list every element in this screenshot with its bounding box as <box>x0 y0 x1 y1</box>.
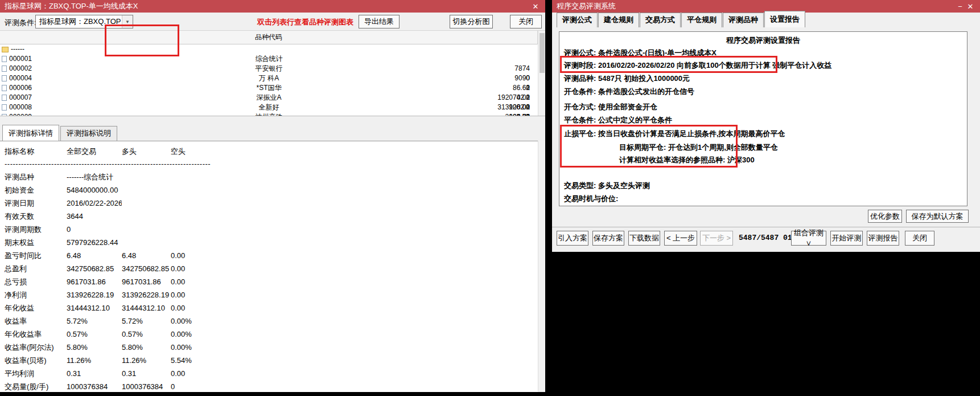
detail-long-value: 5.72% <box>122 315 171 328</box>
tab-交易方式[interactable]: 交易方式 <box>640 13 681 27</box>
tab-平仓规则[interactable]: 平仓规则 <box>681 13 722 27</box>
detail-row: 盈亏时间比6.486.480.00 <box>0 249 538 262</box>
detail-long-value <box>122 183 171 197</box>
vertical-scrollbar[interactable] <box>538 31 545 391</box>
condition-combobox[interactable]: 指标星球网：ZBXQ.TOP ▼ <box>35 15 133 28</box>
report-line: 目标周期平仓: 开仓达到1个周期,则全部数量平仓 <box>619 142 778 153</box>
detail-short-value: 0.00 <box>171 288 233 301</box>
report-line: 计算相对收益率选择的参照品种: 沪深300 <box>619 155 755 165</box>
report-line: 评测品种: 5487只 初始投入1000000元 <box>564 74 690 84</box>
detail-all-trades-value: 3644 <box>67 210 122 223</box>
left-window-titlebar: 指标星球网：ZBXQ.TOP-单一均线成本X ✕ <box>0 0 545 13</box>
detail-long-value: 31444312.10 <box>122 301 171 315</box>
detail-row: 年化收益率0.57%0.57%0.00% <box>0 328 538 341</box>
close-icon[interactable]: ✕ <box>965 2 975 11</box>
detail-long-value: 313926228.19 <box>122 288 171 301</box>
detail-all-trades-value: -------综合统计 <box>67 170 122 183</box>
detail-all-trades-value: 1000376384 <box>67 380 122 392</box>
detail-row: 净利润313926228.19313926228.190.00 <box>0 288 538 301</box>
download-data-button[interactable]: 下载数据 <box>628 231 660 246</box>
report-line: 平仓条件: 公式中定义的平仓条件 <box>564 115 672 125</box>
panel-splitter[interactable] <box>0 116 545 126</box>
detail-row: 评测周期数0 <box>0 223 538 236</box>
detail-label: 收益率(贝塔) <box>5 354 67 367</box>
column-header[interactable]: 品种代码 <box>0 31 538 44</box>
eval-report-button[interactable]: 评测报告 <box>867 231 899 246</box>
bottom-separator <box>552 227 980 227</box>
double-click-hint: 双击列表行查看品种评测图表 <box>257 17 353 27</box>
detail-short-value: 0.00 <box>171 262 233 275</box>
detail-short-value: 5.54% <box>171 354 233 367</box>
detail-all-trades-value: 5.80% <box>67 341 122 354</box>
left-toolbar: 评测条件: 指标星球网：ZBXQ.TOP ▼ 双击列表行查看品种评测图表 导出结… <box>0 13 545 31</box>
table-header-row: 品种代码品种名称盈利数总次数胜率(%)手续费(元)净利润(元)收益率(%)年化收… <box>0 31 538 44</box>
detail-all-trades-value: 0 <box>67 223 122 236</box>
detail-long-value <box>122 236 171 249</box>
left-window-title: 指标星球网：ZBXQ.TOP-单一均线成本X <box>5 1 530 11</box>
detail-col-indicator: 指标名称 <box>5 145 67 158</box>
tab-评测品种[interactable]: 评测品种 <box>723 13 764 27</box>
import-plan-button[interactable]: 引入方案 <box>557 231 588 246</box>
minimize-icon[interactable]: − <box>955 2 965 11</box>
save-as-default-button[interactable]: 保存为默认方案 <box>906 210 969 223</box>
detail-label: 评测周期数 <box>5 223 67 236</box>
combo-eval-button[interactable]: 组合评测∨ <box>791 231 826 246</box>
screen: 指标星球网：ZBXQ.TOP-单一均线成本X ✕ 评测条件: 指标星球网：ZBX… <box>0 0 980 396</box>
tab-indicator-description[interactable]: 评测指标说明 <box>60 126 117 141</box>
report-line: 交易时机与价位: <box>564 194 618 204</box>
symbol-code: 000006 <box>9 83 32 93</box>
detail-label: 年化收益率 <box>5 328 67 341</box>
symbol-code-cell: ------ <box>0 44 538 54</box>
prev-step-button[interactable]: < 上一步 <box>664 231 697 246</box>
next-step-button-disabled: 下一步 > <box>700 231 733 246</box>
tab-评测公式[interactable]: 评测公式 <box>557 13 598 27</box>
close-button[interactable]: 关闭 <box>905 231 934 246</box>
detail-long-value <box>122 197 171 210</box>
symbol-code: 000007 <box>9 93 32 103</box>
detail-short-value <box>171 236 233 249</box>
symbol-code: 000001 <box>9 54 32 64</box>
document-icon <box>2 56 7 62</box>
document-icon <box>2 75 7 81</box>
settings-tabbar: 评测公式建仓规则交易方式平仓规则评测品种设置报告 <box>552 13 980 27</box>
close-button[interactable]: 关闭 <box>510 15 542 28</box>
detail-long-value: 0.57% <box>122 328 171 341</box>
tab-设置报告[interactable]: 设置报告 <box>764 11 805 27</box>
table-row[interactable]: ------综合统计7874909086.621920742...3139262… <box>0 44 538 54</box>
condition-value: 指标星球网：ZBXQ.TOP <box>36 17 122 27</box>
scrollbar-thumb[interactable] <box>540 33 545 73</box>
switch-analysis-chart-button[interactable]: 切换分析图 <box>450 15 493 28</box>
detail-all-trades-value: 2016/02/22-2026/02/13 <box>67 197 122 210</box>
right-window-title: 程序交易评测系统 <box>557 1 955 11</box>
detail-label: 总盈利 <box>5 262 67 275</box>
tab-建仓规则[interactable]: 建仓规则 <box>598 13 639 27</box>
report-line: 止损平仓: 按当日收盘价计算是否满足止损条件,按本周期最高价平仓 <box>564 129 785 139</box>
detail-all-trades-value: 9617031.86 <box>67 275 122 288</box>
document-icon <box>2 95 7 101</box>
detail-all-trades-value: 5797926228.44 <box>67 236 122 249</box>
detail-row: 收益率(阿尔法)5.80%5.80%0.00% <box>0 341 538 354</box>
save-plan-button[interactable]: 保存方案 <box>592 231 624 246</box>
export-results-button[interactable]: 导出结果 <box>359 15 400 28</box>
detail-label: 盈亏时间比 <box>5 249 67 262</box>
report-title: 程序交易评测设置报告 <box>559 35 967 46</box>
document-icon <box>2 104 7 111</box>
detail-all-trades-value: 6.48 <box>67 249 122 262</box>
detail-label: 初始资金 <box>5 183 67 197</box>
start-eval-button[interactable]: 开始评测 <box>830 231 863 246</box>
detail-label: 有效天数 <box>5 210 67 223</box>
detail-col-long: 多头 <box>122 145 171 158</box>
close-icon[interactable]: ✕ <box>530 2 541 11</box>
detail-header-row: 指标名称 全部交易 多头 空头 <box>0 145 538 158</box>
chevron-down-icon[interactable]: ▼ <box>122 15 133 28</box>
tab-indicator-detail[interactable]: 评测指标详情 <box>2 125 59 141</box>
optimize-params-button[interactable]: 优化参数 <box>868 210 902 223</box>
detail-short-value: 0.00% <box>171 328 233 341</box>
detail-long-value: 9617031.86 <box>122 275 171 288</box>
detail-label: 收益率(阿尔法) <box>5 341 67 354</box>
detail-short-value: 0 <box>171 380 233 392</box>
detail-row: 收益率5.72%5.72%0.00% <box>0 315 538 328</box>
detail-label: 评测日期 <box>5 197 67 210</box>
condition-label: 评测条件: <box>5 18 36 28</box>
detail-all-trades-value: 5.72% <box>67 315 122 328</box>
